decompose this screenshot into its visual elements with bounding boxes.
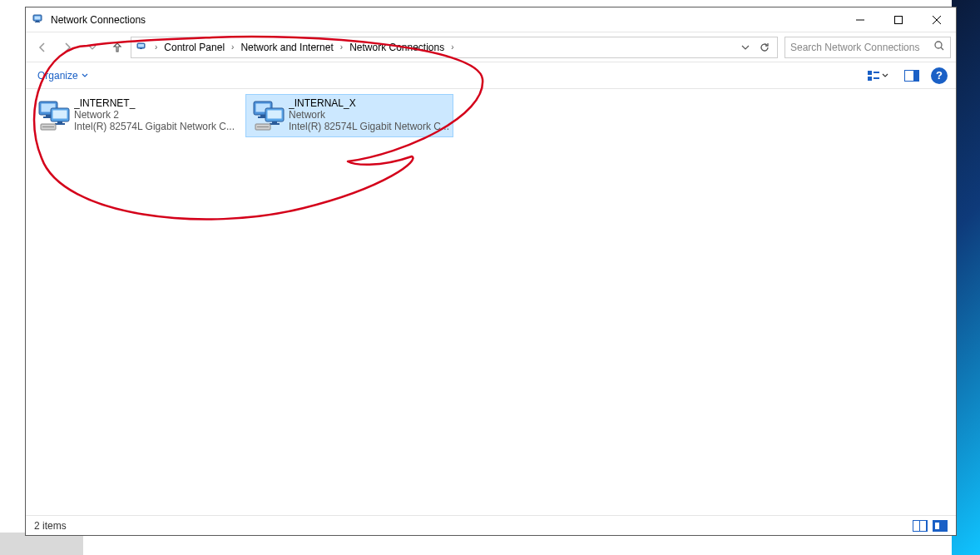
organize-menu[interactable]: Organize: [34, 68, 92, 83]
chevron-down-icon: [882, 72, 888, 79]
chevron-icon[interactable]: ›: [228, 42, 237, 52]
connection-text: _INTERNET_ Network 2 Intel(R) 82574L Gig…: [74, 97, 235, 132]
connection-status: Network 2: [74, 109, 235, 121]
help-button[interactable]: ?: [931, 67, 948, 84]
minimize-button[interactable]: [841, 7, 879, 32]
forward-button[interactable]: [56, 36, 79, 59]
connection-name: _INTERNET_: [74, 97, 235, 109]
items-view[interactable]: _INTERNET_ Network 2 Intel(R) 82574L Gig…: [26, 89, 956, 515]
svg-rect-10: [140, 48, 142, 49]
details-view-button[interactable]: [913, 520, 928, 532]
search-box[interactable]: [784, 37, 951, 58]
navigate-up-button[interactable]: [106, 36, 129, 59]
svg-rect-13: [868, 71, 872, 75]
command-bar: Organize ?: [26, 62, 956, 89]
connection-name: _INTERNAL_X: [289, 97, 450, 109]
svg-rect-18: [913, 71, 918, 81]
search-input[interactable]: [790, 42, 933, 53]
back-button[interactable]: [31, 36, 54, 59]
breadcrumb-segment[interactable]: Network Connections: [346, 37, 448, 57]
network-connections-icon: [32, 13, 46, 27]
breadcrumb: Control Panel › Network and Internet › N…: [161, 37, 735, 57]
svg-rect-26: [55, 123, 65, 125]
svg-rect-36: [270, 123, 280, 125]
maximize-button[interactable]: [879, 7, 918, 32]
svg-rect-21: [46, 115, 51, 116]
explorer-window: Network Connections: [25, 7, 957, 536]
svg-rect-24: [53, 111, 67, 119]
svg-rect-35: [272, 121, 277, 123]
network-adapter-icon: [249, 97, 289, 134]
svg-rect-1: [35, 16, 41, 19]
chevron-icon[interactable]: ›: [448, 42, 457, 52]
svg-rect-2: [36, 21, 39, 22]
breadcrumb-segment[interactable]: Network and Internet: [237, 37, 336, 57]
network-connection-item[interactable]: _INTERNET_ Network 2 Intel(R) 82574L Gig…: [31, 94, 239, 137]
large-icons-view-button[interactable]: [933, 520, 948, 532]
navigation-bar: › Control Panel › Network and Internet ›…: [26, 32, 956, 62]
svg-rect-14: [868, 77, 872, 81]
network-location-icon: [133, 41, 151, 54]
connection-status: Network: [289, 109, 450, 121]
svg-rect-15: [874, 72, 879, 73]
svg-point-11: [935, 42, 942, 48]
recent-locations-button[interactable]: [81, 36, 104, 59]
refresh-button[interactable]: [754, 37, 775, 58]
change-view-button[interactable]: [863, 67, 893, 85]
breadcrumb-segment[interactable]: Control Panel: [161, 37, 228, 57]
address-history-dropdown[interactable]: [735, 43, 754, 52]
svg-rect-34: [268, 111, 282, 119]
titlebar: Network Connections: [26, 7, 956, 32]
svg-rect-3: [35, 22, 40, 22]
svg-rect-16: [874, 77, 879, 79]
root-chevron-icon[interactable]: ›: [151, 42, 161, 52]
preview-pane-button[interactable]: [901, 67, 923, 85]
status-bar: 2 items: [26, 515, 956, 535]
svg-rect-5: [895, 16, 903, 23]
window-title: Network Connections: [51, 14, 146, 26]
connection-device: Intel(R) 82574L Gigabit Network C...: [289, 121, 450, 132]
status-text: 2 items: [34, 520, 67, 532]
connection-device: Intel(R) 82574L Gigabit Network C...: [74, 121, 235, 132]
search-icon: [933, 40, 945, 54]
address-bar[interactable]: › Control Panel › Network and Internet ›…: [131, 37, 778, 58]
close-button[interactable]: [918, 7, 956, 32]
connection-text: _INTERNAL_X Network Intel(R) 82574L Giga…: [289, 97, 450, 132]
network-connection-item[interactable]: _INTERNAL_X Network Intel(R) 82574L Giga…: [245, 94, 453, 137]
organize-label: Organize: [37, 70, 78, 82]
chevron-icon[interactable]: ›: [337, 42, 346, 52]
svg-line-12: [941, 47, 943, 50]
svg-rect-31: [260, 115, 265, 116]
svg-rect-9: [138, 44, 144, 47]
chevron-down-icon: [82, 72, 88, 79]
network-adapter-icon: [34, 97, 74, 134]
svg-rect-25: [57, 121, 62, 123]
taskbar-fragment: [0, 533, 83, 555]
